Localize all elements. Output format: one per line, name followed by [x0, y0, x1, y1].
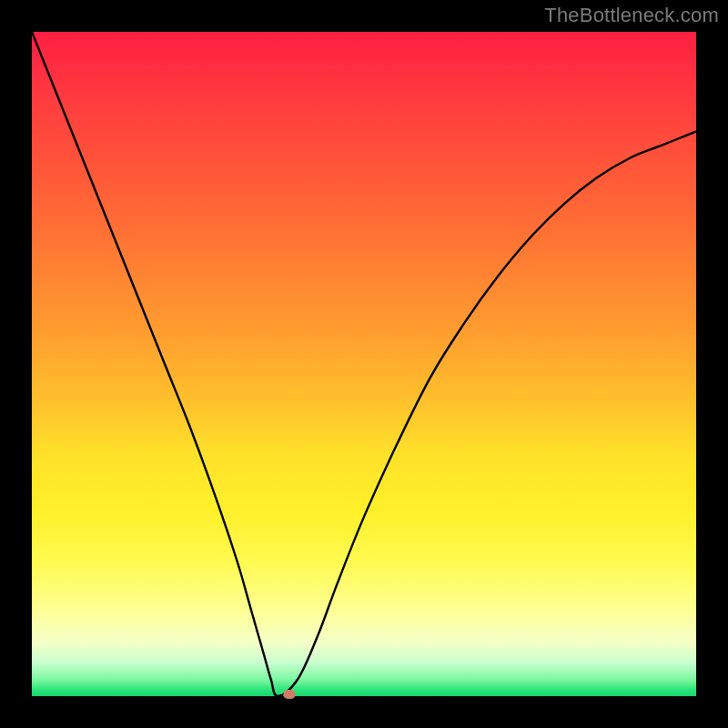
plot-area — [32, 32, 696, 696]
curve-svg — [32, 32, 696, 696]
chart-container: TheBottleneck.com — [0, 0, 728, 728]
watermark-text: TheBottleneck.com — [544, 4, 719, 27]
dip-marker-icon — [284, 690, 296, 699]
bottleneck-curve-line — [32, 32, 696, 696]
